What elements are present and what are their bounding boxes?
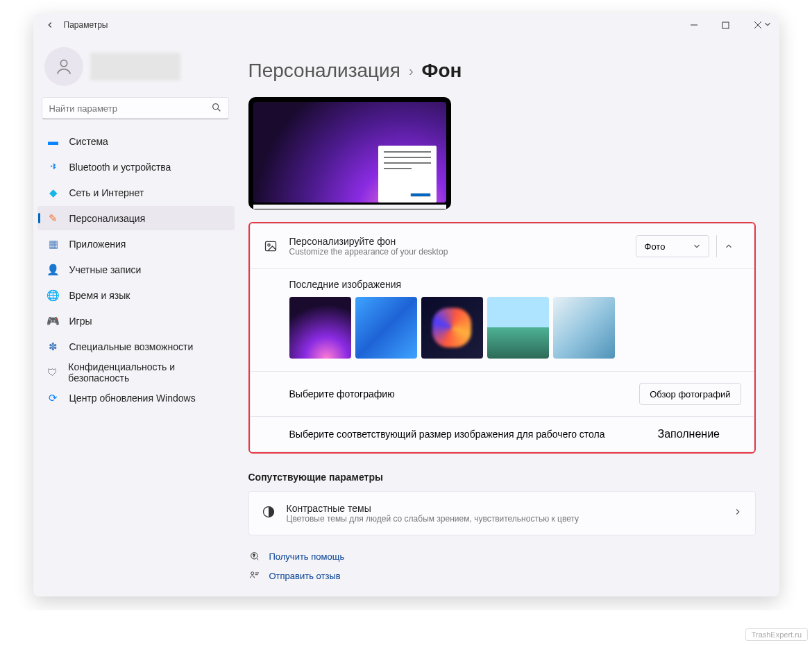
nav-label: Время и язык (69, 290, 130, 301)
search-icon (211, 102, 222, 113)
choose-photo-label: Выберите фотографию (289, 388, 395, 399)
nav-apps[interactable]: ▦Приложения (37, 232, 235, 256)
monitor-icon: ▬ (47, 135, 60, 148)
recent-thumb-5[interactable] (553, 297, 615, 359)
feedback-link-text: Отправить отзыв (269, 571, 341, 581)
fit-row: Выберите соответствующий размер изображе… (251, 417, 754, 452)
svg-line-2 (754, 22, 761, 28)
search-input[interactable] (42, 97, 229, 119)
shield-icon: 🛡 (47, 366, 59, 379)
personalize-sub: Customize the appearance of your desktop (289, 247, 625, 257)
sidebar: ▬Система Bluetooth и устройства ◆Сеть и … (33, 36, 242, 596)
personalize-background-row[interactable]: Персонализируйте фон Customize the appea… (251, 224, 754, 268)
accessibility-icon: ✽ (47, 341, 60, 353)
svg-point-4 (60, 60, 67, 67)
feedback-link[interactable]: Отправить отзыв (248, 570, 756, 581)
chevron-right-icon: › (409, 63, 414, 79)
bluetooth-icon (47, 161, 60, 173)
desktop-preview-window (378, 146, 437, 203)
recent-thumbnails (289, 297, 741, 359)
nav-label: Система (69, 136, 108, 147)
gamepad-icon: 🎮 (47, 315, 60, 327)
desktop-preview-taskbar (253, 205, 446, 209)
recent-images-row: Последние изображения (251, 269, 754, 371)
svg-rect-7 (265, 241, 276, 250)
nav-gaming[interactable]: 🎮Игры (37, 309, 235, 333)
help-icon: ? (248, 551, 261, 562)
nav-time-lang[interactable]: 🌐Время и язык (37, 283, 235, 307)
breadcrumb-parent[interactable]: Персонализация (248, 60, 400, 82)
contrast-themes-card[interactable]: Контрастные темы Цветовые темы для людей… (248, 491, 756, 535)
svg-point-12 (251, 572, 253, 575)
help-link-text: Получить помощь (269, 551, 345, 562)
titlebar: Параметры (33, 14, 779, 36)
nav-accessibility[interactable]: ✽Специальные возможности (37, 334, 235, 359)
recent-thumb-2[interactable] (355, 297, 417, 359)
minimize-button[interactable] (678, 14, 710, 36)
nav-list: ▬Система Bluetooth и устройства ◆Сеть и … (36, 129, 235, 410)
nav-label: Конфиденциальность и безопасность (68, 361, 227, 384)
wifi-icon: ◆ (47, 187, 60, 199)
feedback-icon (248, 570, 261, 581)
nav-label: Центр обновления Windows (69, 393, 196, 404)
maximize-button[interactable] (710, 14, 742, 36)
brush-icon: ✎ (47, 212, 60, 225)
nav-accounts[interactable]: 👤Учетные записи (37, 257, 235, 282)
nav-network[interactable]: ◆Сеть и Интернет (37, 180, 235, 205)
footer-links: ? Получить помощь Отправить отзыв (248, 551, 756, 581)
choose-photo-row: Выберите фотографию Обзор фотографий (251, 372, 754, 416)
apps-icon: ▦ (47, 238, 60, 250)
nav-personalization[interactable]: ✎Персонализация (37, 206, 235, 230)
nav-label: Приложения (69, 239, 126, 250)
breadcrumb: Персонализация › Фон (248, 60, 756, 82)
chevron-down-icon (692, 241, 702, 253)
nav-label: Bluetooth и устройства (69, 162, 171, 173)
chevron-right-icon (733, 507, 743, 519)
background-panel-highlight: Персонализируйте фон Customize the appea… (248, 222, 756, 454)
desktop-preview (248, 97, 451, 209)
breadcrumb-current: Фон (422, 60, 462, 82)
globe-icon: 🌐 (47, 289, 60, 302)
svg-line-3 (754, 22, 761, 28)
contrast-title: Контрастные темы (287, 503, 580, 514)
nav-windows-update[interactable]: ⟳Центр обновления Windows (37, 386, 235, 410)
recent-images-title: Последние изображения (289, 279, 741, 290)
nav-label: Учетные записи (69, 264, 142, 275)
nav-bluetooth[interactable]: Bluetooth и устройства (37, 155, 235, 179)
nav-privacy[interactable]: 🛡Конфиденциальность и безопасность (37, 360, 235, 384)
window-title: Параметры (64, 20, 108, 30)
recent-thumb-3[interactable] (421, 297, 483, 359)
collapse-button[interactable] (716, 235, 741, 257)
svg-rect-1 (722, 22, 729, 28)
recent-thumb-4[interactable] (487, 297, 549, 359)
svg-point-5 (212, 104, 218, 110)
avatar (44, 47, 83, 86)
nav-label: Специальные возможности (69, 341, 194, 352)
browse-photos-button[interactable]: Обзор фотографий (639, 383, 741, 405)
back-button[interactable] (39, 14, 61, 36)
update-icon: ⟳ (47, 392, 60, 404)
fit-dropdown[interactable]: Заполнение (658, 428, 741, 440)
nav-label: Игры (69, 316, 92, 327)
related-header: Сопутствующие параметры (248, 472, 756, 483)
window-controls (678, 14, 774, 36)
dropdown-value: Фото (645, 241, 666, 252)
recent-thumb-1[interactable] (289, 297, 351, 359)
fit-label: Выберите соответствующий размер изображе… (289, 429, 605, 440)
background-type-dropdown[interactable]: Фото (636, 235, 709, 257)
svg-line-6 (218, 109, 220, 111)
image-icon (263, 239, 278, 253)
nav-label: Сеть и Интернет (69, 187, 144, 198)
personalize-title: Персонализируйте фон (289, 236, 625, 247)
contrast-icon (262, 505, 276, 522)
contrast-sub: Цветовые темы для людей со слабым зрение… (287, 514, 580, 524)
svg-text:?: ? (253, 553, 255, 558)
nav-system[interactable]: ▬Система (37, 129, 235, 153)
person-icon: 👤 (47, 264, 60, 276)
profile-block[interactable] (36, 43, 235, 97)
desktop-preview-wallpaper (253, 102, 446, 203)
search-box (42, 97, 229, 119)
help-link[interactable]: ? Получить помощь (248, 551, 756, 562)
user-name-redacted (90, 53, 180, 80)
nav-label: Персонализация (69, 213, 146, 224)
